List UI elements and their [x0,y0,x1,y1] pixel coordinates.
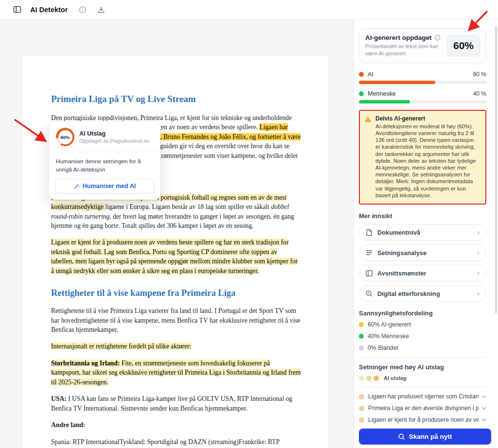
humanize-button[interactable]: Humaniser med AI [55,179,154,193]
sentence-dot [359,406,364,411]
insight-button-paragraph-patterns[interactable]: Avsnittsmønster › [359,265,486,281]
insight-button-sentence-analysis[interactable]: Setningsanalyse › [359,244,486,261]
chevron-right-icon: › [477,290,480,297]
distribution-item-ai: 60% AI-generert [359,321,486,328]
ai-bar-row: AI 60 % [359,71,486,84]
doc-paragraph-7: USA: I USA kan fans se Primeira Liga-kam… [51,394,301,413]
page-title: AI Detektor [30,6,68,14]
sentence-item[interactable]: Ligaen har produsert stjerner som Cristi… [359,393,486,400]
humanize-button-label: Humaniser med AI [83,183,136,190]
sentence-text: Ligaen har produsert stjerner som Cristi… [368,393,479,400]
insight-button-label: Avsnittsmønster [377,270,472,277]
score-ring-value: 60% [58,130,72,144]
distribution-title: Sannsynlighetsfordeling [359,310,486,317]
highlighted-sentence-pale[interactable]: Internasjonalt er rettighetene fordelt p… [51,343,191,350]
ai-detector-sidebar: AI-generert oppdaget Prosentandel av tek… [354,19,498,448]
doc-paragraph-6: Storbritannia og Irland: Fite, en strømm… [51,359,301,387]
chevron-right-icon: › [477,229,480,236]
forensics-magnifier-icon [366,290,373,297]
warning-icon [364,116,372,122]
sentence-item[interactable]: Ligaen er kjent for å produsere noen av … [359,416,486,423]
insight-button-label: Dokumentnivå [377,229,472,236]
doc-bold-text: Andre land: [51,421,85,429]
red-annotation-box: Delvis AI-generert AI-deteksjonen er mod… [359,110,486,205]
info-icon[interactable] [77,4,88,15]
sentence-text: Ligaen er kjent for å produsere noen av … [368,416,479,423]
sidebar-footer: Skann på nytt [354,426,498,448]
rescan-button[interactable]: Skann på nytt [359,429,491,445]
ai-generated-dot [359,322,364,327]
warning-body: AI-deteksjonen er moderat til høy (60%).… [375,123,480,199]
sentence-text: Primeira Liga er den øverste divisjonen … [368,405,479,412]
sentence-dot [359,417,364,423]
document-canvas: Primeira Liga på TV og Live Stream Den p… [0,19,354,448]
warning-title: Delvis AI-generert [375,115,480,122]
ai-bar-track [359,81,486,84]
doc-heading-2: Rettigheter til å vise kampene fra Prime… [51,288,301,298]
partial-ai-warning: Delvis AI-generert AI-deteksjonen er mod… [360,111,485,204]
paragraph-columns-icon [366,270,373,276]
legend-dot-mid [366,376,372,381]
mixed-dot [359,345,364,350]
sidebar-toggle-icon[interactable] [12,4,22,15]
search-icon [398,433,405,440]
score-card-title: AI-generert oppdaget [365,34,432,41]
doc-heading-1: Primeira Liga på TV og Live Stream [51,94,301,104]
rescan-button-label: Skann på nytt [409,433,452,440]
doc-text: ligaene i Europa. Ligaen består av 18 la… [105,203,271,210]
tooltip-subtitle: Oppdaget av Plagiatkontroll.no [79,138,149,144]
ai-signal-legend: AI utslag [359,375,486,381]
doc-paragraph-5: Internasjonalt er rettighetene fordelt p… [51,342,301,351]
more-insight-title: Mer innsikt [359,212,486,220]
doc-paragraph-8: Andre land: [51,420,301,430]
score-value-box: 60% [447,35,480,56]
insight-button-digital-forensics[interactable]: Digital etterforskning › [359,285,486,302]
chevron-right-icon: › [477,249,480,256]
wand-icon [73,183,80,190]
chevron-down-icon [481,407,486,410]
human-dot [359,91,364,96]
legend-dot-low [359,376,364,381]
section-divider [359,387,486,387]
doc-bold-text: Storbritannia og Irland: [51,360,120,367]
document-page[interactable]: Primeira Liga på TV og Live Stream Den p… [23,56,328,448]
info-icon[interactable] [434,34,441,41]
section-divider [359,357,486,358]
download-icon[interactable] [96,4,107,15]
highlighted-sentence-pale[interactable]: Storbritannia og Irland: Fite, en strømm… [51,360,301,386]
chevron-down-icon [481,418,486,421]
sentence-dot [359,394,364,399]
top-bar: AI Detektor [0,0,498,19]
tooltip-header: 60% AI Utslag Oppdaget av Plagiatkontrol… [49,121,160,152]
tooltip-title: AI Utslag [79,130,149,137]
sentence-lines-icon [366,250,373,256]
document-icon [366,229,373,236]
legend-label: AI utslag [384,375,406,381]
human-bar-fill [359,100,410,103]
sidebar-scrollbar[interactable] [495,26,497,314]
sentence-item[interactable]: Primeira Liga er den øverste divisjonen … [359,405,486,412]
insight-button-label: Digital etterforskning [377,290,472,297]
probability-bars: AI 60 % Menneske 40 % [359,71,486,103]
legend-dot-high [374,376,379,381]
insight-button-label: Setningsanalyse [377,249,472,257]
doc-paragraph-9: Spania: RTP InternationalTyskland: Sport… [51,437,301,448]
distribution-item-human: 40% Menneske [359,333,486,340]
ai-bar-label: AI [368,71,374,78]
doc-bold-text: USA: [51,395,67,402]
chevron-down-icon [481,395,486,398]
human-bar-label: Menneske [368,90,396,97]
score-card: AI-generert oppdaget Prosentandel av tek… [359,28,486,63]
highlighted-sentence-pale[interactable]: Ligaen er kjent for å produsere noen av … [51,239,298,274]
distribution-label: 0% Blandet [368,345,398,351]
score-card-subtitle: Prosentandel av tekst som kan være AI-ge… [365,43,442,57]
insight-button-document-level[interactable]: Dokumentnivå › [359,224,486,241]
doc-paragraph-3: Ligaen er kjent for å produsere noen av … [51,238,301,276]
doc-paragraph-4: Rettighetene til å vise Primeira Liga va… [51,306,301,334]
distribution-label: 60% AI-generert [368,321,411,328]
sentences-title: Setninger med høy AI utslag [359,363,486,371]
tooltip-body-text: Humaniser denne setningen for å unngå AI… [49,152,160,178]
human-bar-value: 40 % [473,90,486,97]
ai-dot [359,72,364,77]
distribution-item-mixed: 0% Blandet [359,345,486,351]
